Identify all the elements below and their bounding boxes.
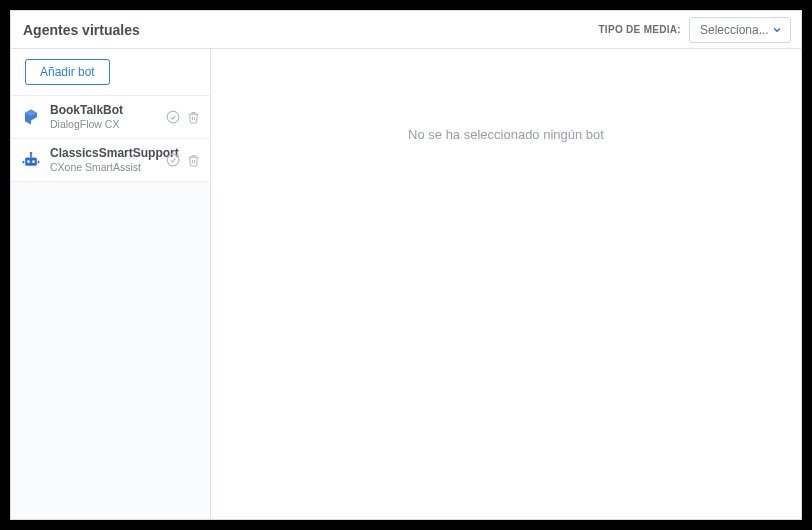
cxone-bot-icon — [21, 150, 41, 170]
add-bot-button[interactable]: Añadir bot — [25, 59, 110, 85]
bot-name: BookTalkBot — [50, 103, 157, 118]
svg-point-8 — [167, 154, 179, 166]
bot-actions — [166, 110, 200, 124]
page-title: Agentes virtuales — [23, 22, 140, 38]
dialogflow-icon — [21, 107, 41, 127]
bot-name: ClassicsSmartSupport — [50, 146, 157, 161]
app-window: Agentes virtuales TIPO DE MEDIA: Selecci… — [10, 10, 802, 520]
body: Añadir bot BookTalkBot DialogFlow CX — [11, 49, 801, 519]
trash-icon[interactable] — [186, 110, 200, 124]
svg-point-5 — [30, 152, 33, 155]
media-type-label: TIPO DE MEDIA: — [598, 24, 681, 35]
svg-point-2 — [27, 161, 30, 164]
check-circle-icon[interactable] — [166, 153, 180, 167]
bot-text: ClassicsSmartSupport CXone SmartAssist — [50, 146, 157, 174]
bot-list: BookTalkBot DialogFlow CX — [11, 95, 210, 182]
bot-provider: CXone SmartAssist — [50, 161, 157, 174]
select-placeholder: Selecciona... — [700, 23, 769, 37]
header-controls: TIPO DE MEDIA: Selecciona... — [598, 17, 791, 43]
bot-provider: DialogFlow CX — [50, 118, 157, 131]
trash-icon[interactable] — [186, 153, 200, 167]
svg-point-3 — [32, 161, 35, 164]
media-type-select[interactable]: Selecciona... — [689, 17, 791, 43]
sidebar: Añadir bot BookTalkBot DialogFlow CX — [11, 49, 211, 519]
empty-state-text: No se ha seleccionado ningún bot — [408, 127, 604, 142]
svg-point-0 — [167, 111, 179, 123]
chevron-down-icon — [772, 25, 782, 35]
bot-list-item[interactable]: BookTalkBot DialogFlow CX — [11, 95, 210, 139]
check-circle-icon[interactable] — [166, 110, 180, 124]
bot-list-item[interactable]: ClassicsSmartSupport CXone SmartAssist — [11, 139, 210, 182]
header-bar: Agentes virtuales TIPO DE MEDIA: Selecci… — [11, 11, 801, 49]
add-bot-wrap: Añadir bot — [11, 49, 210, 95]
bot-actions — [166, 153, 200, 167]
main-panel: No se ha seleccionado ningún bot — [211, 49, 801, 519]
svg-rect-1 — [25, 158, 37, 166]
bot-text: BookTalkBot DialogFlow CX — [50, 103, 157, 131]
